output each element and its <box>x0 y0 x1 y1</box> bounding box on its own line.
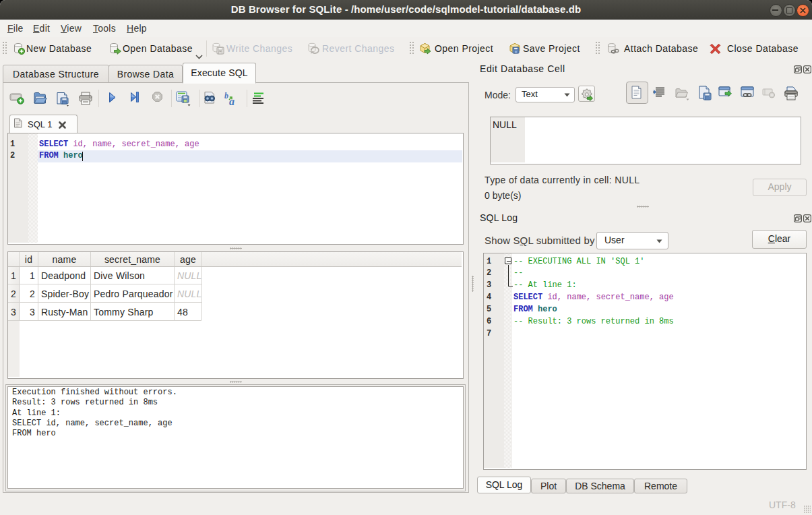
svg-text:b: b <box>224 91 228 100</box>
